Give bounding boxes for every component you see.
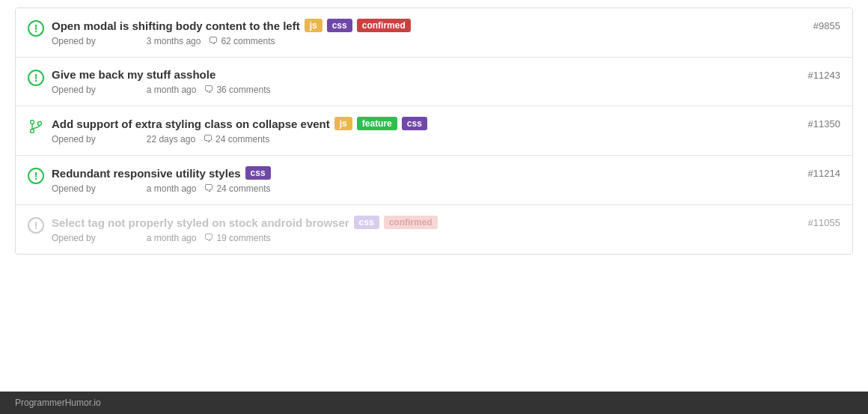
issue-open-icon: ! [28, 70, 52, 86]
issue-open-icon: ! [28, 20, 44, 37]
issue-open-icon: ! [28, 70, 44, 86]
issue-label-css[interactable]: css [245, 166, 271, 180]
issue-number: #11350 [808, 118, 840, 130]
comment-icon: 🗨 [208, 35, 218, 46]
issue-number: #11243 [808, 70, 840, 81]
issue-content: Give me back my stuff assholeOpened bya … [52, 68, 796, 95]
issue-label-css[interactable]: css [327, 19, 352, 32]
issue-row[interactable]: !Redundant responsive utility stylescssO… [16, 156, 852, 205]
issue-title-row: Select tag not properly styled on stock … [52, 216, 796, 229]
issue-label-feature[interactable]: feature [357, 117, 397, 130]
issue-open-icon: ! [28, 168, 44, 184]
issue-title-row: Give me back my stuff asshole [52, 68, 796, 81]
issue-label-js[interactable]: js [334, 117, 352, 130]
issue-title[interactable]: Select tag not properly styled on stock … [52, 216, 349, 229]
issue-title-row: Open modal is shifting body content to t… [52, 19, 801, 32]
opened-by-label: Opened by [52, 134, 96, 144]
opened-by-label: Opened by [52, 233, 96, 243]
footer-text: ProgrammerHumor.io [15, 398, 101, 408]
comment-icon: 🗨 [204, 232, 213, 243]
issue-time: 3 months ago [147, 36, 201, 46]
issue-time: a month ago [147, 183, 197, 194]
issue-label-confirmed-faded[interactable]: confirmed [384, 216, 438, 229]
issue-row[interactable]: Add support of extra styling class on co… [16, 106, 852, 156]
comment-count[interactable]: 36 comments [216, 85, 270, 95]
issue-row[interactable]: !Open modal is shifting body content to … [16, 8, 852, 58]
issue-meta: Opened bya month ago🗨36 comments [52, 84, 796, 95]
issue-label-js[interactable]: js [305, 19, 323, 32]
issue-title-row: Redundant responsive utility stylescss [52, 166, 796, 180]
pr-icon [28, 118, 52, 135]
issue-open-icon: ! [28, 217, 52, 234]
issue-label-css-faded[interactable]: css [354, 216, 379, 229]
issue-meta: Opened bya month ago🗨24 comments [52, 183, 796, 194]
issue-open-icon: ! [28, 20, 52, 37]
issue-number: #9855 [813, 20, 840, 31]
svg-point-0 [31, 121, 34, 124]
issue-number: #11055 [808, 217, 840, 228]
issue-content: Redundant responsive utility stylescssOp… [52, 166, 796, 194]
issue-title[interactable]: Give me back my stuff asshole [52, 68, 216, 81]
opened-by-label: Opened by [52, 36, 96, 46]
comment-count[interactable]: 19 comments [216, 233, 270, 243]
issue-content: Select tag not properly styled on stock … [52, 216, 796, 243]
opened-by-label: Opened by [52, 85, 96, 95]
comment-icon: 🗨 [204, 84, 213, 95]
footer-bar: ProgrammerHumor.io [0, 392, 868, 414]
issue-open-icon: ! [28, 217, 44, 234]
issue-open-icon: ! [28, 168, 52, 184]
comment-icon: 🗨 [204, 183, 213, 194]
issue-number: #11214 [808, 168, 840, 179]
issue-time: 22 days ago [147, 134, 195, 144]
pr-icon [28, 118, 44, 135]
comment-count[interactable]: 62 comments [221, 36, 275, 46]
comment-icon: 🗨 [203, 133, 213, 144]
issue-content: Open modal is shifting body content to t… [52, 19, 801, 46]
comment-count[interactable]: 24 comments [216, 134, 269, 144]
issue-time: a month ago [147, 233, 197, 243]
issue-content: Add support of extra styling class on co… [52, 117, 796, 144]
issue-label-confirmed[interactable]: confirmed [357, 19, 411, 32]
issue-meta: Opened bya month ago🗨19 comments [52, 232, 796, 243]
svg-point-2 [38, 122, 42, 126]
opened-by-label: Opened by [52, 183, 96, 194]
issue-title[interactable]: Add support of extra styling class on co… [52, 118, 330, 130]
svg-point-1 [31, 130, 34, 133]
issue-row[interactable]: !Select tag not properly styled on stock… [16, 205, 852, 254]
issue-label-css[interactable]: css [402, 117, 427, 130]
issue-meta: Opened by22 days ago🗨24 comments [52, 133, 796, 144]
issue-time: a month ago [147, 85, 197, 95]
issue-title-row: Add support of extra styling class on co… [52, 117, 796, 130]
issue-title[interactable]: Open modal is shifting body content to t… [52, 19, 300, 32]
issues-list: !Open modal is shifting body content to … [15, 7, 853, 255]
issue-title[interactable]: Redundant responsive utility styles [52, 167, 241, 180]
issue-meta: Opened by3 months ago🗨62 comments [52, 35, 801, 46]
issue-row[interactable]: !Give me back my stuff assholeOpened bya… [16, 58, 852, 106]
comment-count[interactable]: 24 comments [216, 183, 270, 194]
